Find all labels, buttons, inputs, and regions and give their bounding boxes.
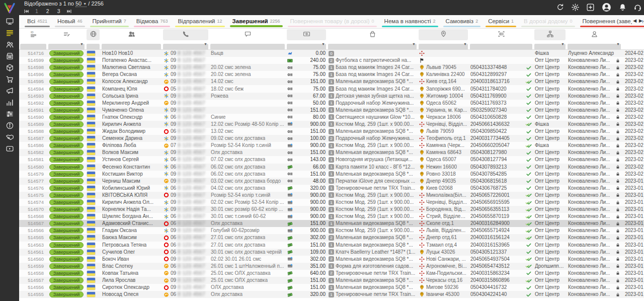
filter-status[interactable]	[48, 44, 85, 50]
sidebar-item-customers[interactable]	[4, 41, 16, 49]
table-row[interactable]: 514576ЗавершенийКобилинський Юрий068 123…	[19, 185, 644, 192]
table-row[interactable]: 514560ЗавершенийБокоч Иван098 123 456702…	[19, 256, 644, 263]
tab-Повернення товару (в дорозі)[interactable]: Повернення товару (в дорозі)0	[285, 15, 379, 28]
filter-location[interactable]	[419, 44, 468, 50]
table-row[interactable]: 514588ЗавершенийЖидак Володимир068 123 4…	[19, 128, 644, 135]
app-logo-icon[interactable]	[0, 0, 19, 14]
filter-phone[interactable]	[163, 44, 208, 50]
tab-Завершений[interactable]: Завершений2256	[227, 15, 285, 28]
table-row[interactable]: 514565ЗавершенийБаюка Максим068 123 4567…	[19, 234, 644, 241]
table-row[interactable]: 514594ЗавершенийКомпанец Юля058 123 4567…	[19, 85, 644, 92]
column-header-tracking[interactable]	[470, 29, 532, 40]
sidebar-item-video-tutorials[interactable]	[4, 145, 16, 154]
table-row[interactable]: 514598ЗавершенийМалютина Светлана098 123…	[19, 64, 644, 71]
sidebar-item-products[interactable]	[4, 64, 16, 72]
table-row[interactable]: 514557ЗавершенийЛила Ярослав098 123 4567…	[19, 277, 644, 284]
sidebar-item-marketplace[interactable]	[4, 53, 16, 61]
tab-Самовивіз[interactable]: Самовивіз2	[441, 15, 484, 28]
table-row[interactable]: 514586ЗавершенийФіліпова Люба078 123 456…	[19, 142, 644, 149]
order-date: 2023-02	[622, 164, 644, 171]
filter-tracking[interactable]	[470, 44, 532, 50]
tabs-scroll-right-icon[interactable]: ▶	[639, 18, 642, 23]
tab-Новый[interactable]: Новый46	[52, 15, 88, 28]
filter-comment[interactable]	[210, 44, 285, 50]
table-row[interactable]: 514581ЗавершенийУстинов Сергей068 123 45…	[19, 156, 644, 163]
filter-country[interactable]	[87, 44, 100, 50]
column-header-customer[interactable]	[102, 29, 161, 40]
support-icon[interactable]	[633, 3, 642, 12]
column-header-manager[interactable]	[568, 29, 621, 40]
table-row[interactable]: 514558ЗавершенийКовпак Татьяна098 123 45…	[19, 270, 644, 277]
table-row[interactable]: 514590ЗавершенийГнатюк Олексндр068 123 4…	[19, 114, 644, 121]
page-number-3[interactable]: 3	[56, 8, 62, 14]
table-row[interactable]: 514563ЗавершенийПетровська Тетяна068 123…	[19, 242, 644, 249]
table-row[interactable]: 514561ЗавершенийСучилов Олег068 123 4567…	[19, 249, 644, 256]
column-header-phone[interactable]	[163, 29, 208, 40]
filter-channel[interactable]	[534, 44, 566, 50]
page-number-1[interactable]: 1	[34, 8, 40, 14]
tab-Прийнятий[interactable]: Прийнятий7	[88, 15, 131, 28]
tab-Відмова[interactable]: Відмова763	[131, 15, 173, 28]
tab-Нема в наявності[interactable]: Нема в наявності2	[379, 15, 441, 28]
table-row[interactable]: 514580ЗавершенийФесенко Константин068 12…	[19, 164, 644, 171]
table-row[interactable]: 514568ЗавершенийШумляс Богдана Ан...068 …	[19, 213, 644, 220]
table-row[interactable]: 514587ЗавершенийСеменюк Дарина098 123 45…	[19, 135, 644, 142]
table-row[interactable]: 514716ЗавершенийНов10 Нов10098 123 4567В…	[19, 50, 644, 57]
table-row[interactable]: 514559ЗавершенийВлас Слотюу068 123 45672…	[19, 263, 644, 270]
table-row[interactable]: 514599ЗавершенийПотапенко Анастас...098 …	[19, 57, 644, 64]
add-order-icon[interactable]	[586, 3, 595, 12]
sidebar-item-settings[interactable]	[4, 111, 16, 119]
table-row[interactable]: 514574ЗавершенийКирилич Анжела Ол...098 …	[19, 199, 644, 206]
column-header-status[interactable]	[48, 29, 85, 40]
table-row[interactable]: 514567ЗавершенийАдамовский Станис...068 …	[19, 220, 644, 227]
sidebar-item-info[interactable]	[4, 122, 16, 130]
page-number-2[interactable]: 2	[45, 8, 51, 14]
lock-icon	[615, 242, 620, 248]
filter-manager[interactable]	[568, 44, 621, 50]
table-row[interactable]: 514577ЗавершенийЧерниш Максим098 123 456…	[19, 178, 644, 185]
last-page-icon[interactable]	[66, 9, 72, 14]
table-row[interactable]: 514593ЗавершенийСольська Ірина098 123 45…	[19, 93, 644, 100]
table-row[interactable]: 514592ЗавершенийМерклингер Андрей098 123…	[19, 100, 644, 107]
table-row[interactable]: 514575ЗавершенийКВІТОВСЬКА ЮЛІЯ098 123 4…	[19, 192, 644, 199]
table-row[interactable]: 514589ЗавершенийКирилич Анжела098 123 45…	[19, 121, 644, 128]
table-row[interactable]: 514570ЗавершенийКорнелюк Надія Та...098 …	[19, 206, 644, 213]
column-header-channel[interactable]	[534, 29, 566, 40]
gear-icon[interactable]	[571, 3, 580, 12]
filter-money[interactable]	[287, 44, 326, 50]
sidebar-item-campaigns[interactable]	[4, 88, 16, 96]
column-header-date[interactable]	[623, 29, 643, 40]
sidebar-item-statistics[interactable]	[4, 99, 16, 107]
table-row[interactable]: 514556ЗавершенийСиротюк Олександр098 123…	[19, 284, 644, 291]
first-page-icon[interactable]	[23, 9, 30, 14]
column-header-location[interactable]	[419, 29, 468, 40]
tab-Сервіси[interactable]: Сервіси1	[483, 15, 519, 28]
table-row[interactable]: 514579ЗавершенийКостишин Виктор098 123 4…	[19, 171, 644, 178]
column-header-money[interactable]	[287, 29, 326, 40]
page-size-dropdown[interactable]: 50 ▼	[75, 1, 87, 7]
refresh-icon[interactable]	[556, 3, 565, 12]
table-row[interactable]: 514566ЗавершенийГладик Оксана098 123 456…	[19, 227, 644, 234]
filter-customer[interactable]	[102, 44, 161, 50]
table-row[interactable]: 514582ЗавершенийВолков Максим098 123 456…	[19, 149, 644, 156]
column-header-country[interactable]	[87, 29, 100, 40]
sidebar-item-dashboard[interactable]	[4, 18, 16, 26]
tab-Відправлений[interactable]: Відправлений12	[173, 15, 227, 28]
bell-icon[interactable]	[618, 3, 627, 12]
tabs-scroll-left-icon[interactable]: ◀	[633, 18, 636, 23]
sidebar-item-partners[interactable]	[4, 134, 16, 142]
filter-id[interactable]	[20, 44, 46, 50]
tab-В дорозі додому[interactable]: В дорозі додому0	[519, 15, 577, 28]
table-row[interactable]: 514595ЗавершенийКолосок Александр098 123…	[19, 78, 644, 85]
column-header-products[interactable]	[328, 29, 417, 40]
table-row[interactable]: 514596ЗавершенийВегера Оксана098 123 456…	[19, 71, 644, 78]
sidebar-item-purchases[interactable]	[4, 76, 16, 84]
table-row[interactable]: 514555ЗавершенийНовосад Олеся068 123 456…	[19, 291, 644, 298]
table-row[interactable]: 514591ЗавершенийЧумаченко Олена098 123 4…	[19, 107, 644, 114]
filter-products[interactable]	[328, 44, 417, 50]
tab-Всі[interactable]: Всі4521	[22, 15, 52, 28]
avatar-icon[interactable]	[601, 2, 612, 13]
column-header-id[interactable]: ID	[20, 29, 46, 40]
column-header-comment[interactable]	[210, 29, 285, 40]
sidebar-item-orders[interactable]	[4, 30, 16, 38]
